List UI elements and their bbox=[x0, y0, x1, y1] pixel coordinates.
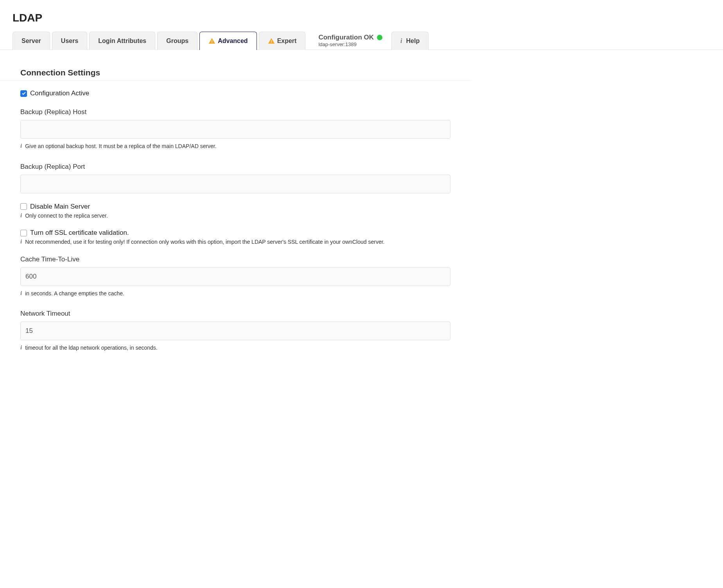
tab-expert[interactable]: Expert bbox=[259, 32, 306, 50]
ssl-off-hint: i Not recommended, use it for testing on… bbox=[20, 238, 450, 246]
info-icon: i bbox=[20, 213, 22, 218]
ssl-off-row: Turn off SSL certificate validation. bbox=[20, 229, 450, 237]
tab-help[interactable]: i Help bbox=[391, 32, 429, 50]
network-timeout-hint: i timeout for all the ldap network opera… bbox=[20, 344, 450, 352]
config-active-label: Configuration Active bbox=[30, 89, 89, 97]
tab-bar: Server Users Login Attributes Groups Adv… bbox=[0, 31, 723, 50]
tab-server[interactable]: Server bbox=[13, 32, 50, 50]
status-indicator-icon bbox=[377, 35, 382, 40]
disable-main-checkbox[interactable] bbox=[20, 203, 27, 210]
hint-text: Not recommended, use it for testing only… bbox=[25, 238, 384, 246]
disable-main-label: Disable Main Server bbox=[30, 203, 90, 211]
tab-login-attributes[interactable]: Login Attributes bbox=[89, 32, 155, 50]
disable-main-hint: i Only connect to the replica server. bbox=[20, 212, 450, 220]
config-active-checkbox[interactable] bbox=[20, 90, 27, 97]
hint-text: Only connect to the replica server. bbox=[25, 212, 108, 220]
backup-host-label: Backup (Replica) Host bbox=[20, 108, 450, 116]
section-title: Connection Settings bbox=[20, 68, 450, 77]
warning-icon bbox=[268, 38, 275, 45]
tab-label: Advanced bbox=[218, 38, 248, 45]
info-icon: i bbox=[20, 239, 22, 245]
info-icon: i bbox=[20, 290, 22, 296]
status-sub: ldap-server:1389 bbox=[318, 41, 382, 47]
divider bbox=[0, 80, 471, 81]
status-box: Configuration OK ldap-server:1389 bbox=[307, 31, 389, 50]
svg-rect-2 bbox=[271, 40, 272, 42]
tab-groups[interactable]: Groups bbox=[157, 32, 197, 50]
backup-port-label: Backup (Replica) Port bbox=[20, 163, 450, 171]
hint-text: timeout for all the ldap network operati… bbox=[25, 344, 158, 352]
disable-main-row: Disable Main Server bbox=[20, 203, 450, 211]
cache-ttl-hint: i in seconds. A change empties the cache… bbox=[20, 290, 450, 298]
backup-host-hint: i Give an optional backup host. It must … bbox=[20, 143, 450, 150]
backup-port-input[interactable] bbox=[20, 175, 450, 193]
tab-advanced[interactable]: Advanced bbox=[199, 32, 257, 50]
ssl-off-checkbox[interactable] bbox=[20, 230, 27, 236]
info-icon: i bbox=[400, 38, 402, 45]
network-timeout-label: Network Timeout bbox=[20, 310, 450, 318]
cache-ttl-input[interactable] bbox=[20, 267, 450, 286]
backup-host-input[interactable] bbox=[20, 120, 450, 139]
tab-label: Expert bbox=[277, 38, 297, 45]
network-timeout-input[interactable] bbox=[20, 322, 450, 340]
status-label: Configuration OK bbox=[318, 34, 374, 41]
svg-rect-1 bbox=[212, 42, 212, 43]
tab-users[interactable]: Users bbox=[52, 32, 87, 50]
info-icon: i bbox=[20, 143, 22, 149]
cache-ttl-label: Cache Time-To-Live bbox=[20, 256, 450, 263]
info-icon: i bbox=[20, 345, 22, 350]
hint-text: in seconds. A change empties the cache. bbox=[25, 290, 124, 298]
svg-rect-3 bbox=[271, 42, 272, 43]
tab-label: Help bbox=[406, 38, 420, 45]
config-active-row: Configuration Active bbox=[20, 89, 450, 97]
ssl-off-label: Turn off SSL certificate validation. bbox=[30, 229, 129, 237]
page-title: LDAP bbox=[13, 12, 723, 24]
svg-rect-0 bbox=[212, 40, 212, 42]
hint-text: Give an optional backup host. It must be… bbox=[25, 143, 216, 150]
warning-icon bbox=[208, 38, 215, 45]
